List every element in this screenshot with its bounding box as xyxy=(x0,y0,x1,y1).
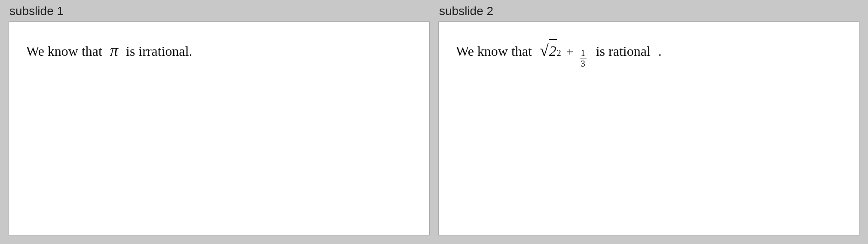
subslide-1-text-after: is irrational. xyxy=(126,42,193,61)
subslide-1-content: We know that π is irrational. xyxy=(9,21,430,235)
subslide-2-text-after: is rational xyxy=(596,42,651,61)
slides-container: subslide 1 We know that π is irrational.… xyxy=(9,4,859,235)
subslide-1-wrapper: subslide 1 We know that π is irrational. xyxy=(9,4,430,235)
subslide-1-text-before: We know that xyxy=(26,42,102,61)
subslide-1-label: subslide 1 xyxy=(9,4,430,18)
sqrt-container: √22 xyxy=(540,39,561,61)
fraction-denominator: 3 xyxy=(580,58,587,69)
fraction-one-third: 1 3 xyxy=(580,48,587,69)
fraction-numerator: 1 xyxy=(580,48,587,58)
subslide-2-period: . xyxy=(658,42,662,61)
pi-symbol: π xyxy=(110,39,118,62)
subslide-2-text: We know that √22 + 1 3 is rational . xyxy=(456,39,842,69)
subslide-2-content: We know that √22 + 1 3 is rational . xyxy=(438,21,859,235)
subslide-2-wrapper: subslide 2 We know that √22 + 1 3 is rat… xyxy=(438,4,859,235)
plus-sign: + xyxy=(566,43,574,61)
sqrt-symbol: √ xyxy=(540,42,549,58)
subslide-1-text: We know that π is irrational. xyxy=(26,39,412,62)
math-expression: √22 + 1 3 xyxy=(540,39,588,69)
subslide-2-text-before: We know that xyxy=(456,42,532,61)
subslide-2-label: subslide 2 xyxy=(438,4,859,18)
sqrt-radicand: 2 xyxy=(549,39,557,61)
